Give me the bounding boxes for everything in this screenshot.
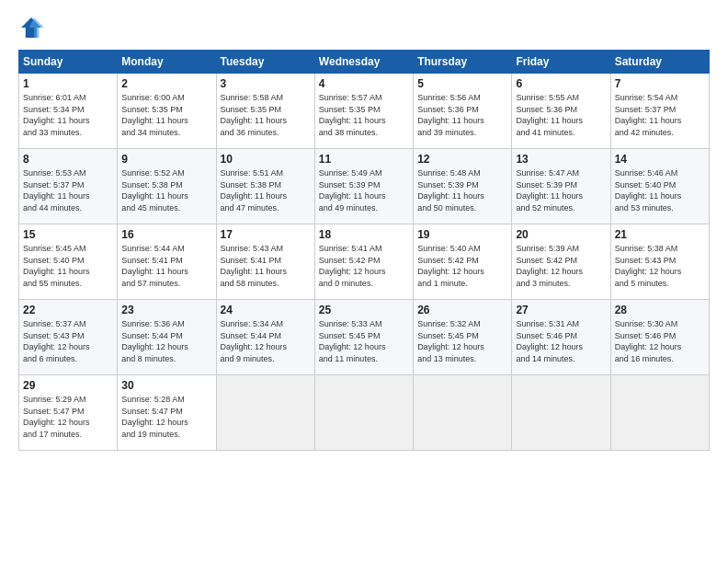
- calendar-cell: 18Sunrise: 5:41 AM Sunset: 5:42 PM Dayli…: [314, 224, 413, 300]
- calendar-cell: 25Sunrise: 5:33 AM Sunset: 5:45 PM Dayli…: [314, 300, 413, 375]
- day-number: 7: [615, 77, 705, 90]
- calendar-cell: 8Sunrise: 5:53 AM Sunset: 5:37 PM Daylig…: [19, 149, 118, 224]
- column-header-monday: Monday: [118, 51, 216, 74]
- cell-info: Sunrise: 5:55 AM Sunset: 5:36 PM Dayligh…: [516, 92, 606, 138]
- calendar-cell: 14Sunrise: 5:46 AM Sunset: 5:40 PM Dayli…: [610, 149, 709, 224]
- day-number: 21: [615, 228, 705, 241]
- calendar-cell: 24Sunrise: 5:34 AM Sunset: 5:44 PM Dayli…: [216, 300, 314, 375]
- day-number: 11: [319, 153, 409, 166]
- calendar-cell: 23Sunrise: 5:36 AM Sunset: 5:44 PM Dayli…: [118, 300, 216, 375]
- calendar-cell: 20Sunrise: 5:39 AM Sunset: 5:42 PM Dayli…: [512, 224, 610, 300]
- header: [18, 15, 710, 40]
- cell-info: Sunrise: 5:29 AM Sunset: 5:47 PM Dayligh…: [23, 394, 113, 440]
- cell-info: Sunrise: 6:01 AM Sunset: 5:34 PM Dayligh…: [23, 92, 113, 138]
- cell-info: Sunrise: 5:41 AM Sunset: 5:42 PM Dayligh…: [319, 243, 409, 289]
- day-number: 18: [319, 228, 409, 241]
- cell-info: Sunrise: 5:47 AM Sunset: 5:39 PM Dayligh…: [516, 167, 606, 213]
- cell-info: Sunrise: 5:31 AM Sunset: 5:46 PM Dayligh…: [516, 318, 606, 364]
- cell-info: Sunrise: 5:32 AM Sunset: 5:45 PM Dayligh…: [417, 318, 507, 364]
- calendar-cell: 17Sunrise: 5:43 AM Sunset: 5:41 PM Dayli…: [216, 224, 314, 300]
- cell-info: Sunrise: 5:48 AM Sunset: 5:39 PM Dayligh…: [417, 167, 507, 213]
- cell-info: Sunrise: 5:51 AM Sunset: 5:38 PM Dayligh…: [221, 167, 311, 213]
- day-number: 12: [417, 153, 507, 166]
- page: SundayMondayTuesdayWednesdayThursdayFrid…: [0, 0, 728, 563]
- day-number: 1: [23, 77, 113, 90]
- calendar-cell: 1Sunrise: 6:01 AM Sunset: 5:34 PM Daylig…: [19, 74, 118, 149]
- cell-info: Sunrise: 5:34 AM Sunset: 5:44 PM Dayligh…: [221, 318, 311, 364]
- cell-info: Sunrise: 5:37 AM Sunset: 5:43 PM Dayligh…: [23, 318, 113, 364]
- cell-info: Sunrise: 5:53 AM Sunset: 5:37 PM Dayligh…: [23, 167, 113, 213]
- calendar-cell: 30Sunrise: 5:28 AM Sunset: 5:47 PM Dayli…: [118, 375, 216, 451]
- day-number: 17: [221, 228, 311, 241]
- column-headers: SundayMondayTuesdayWednesdayThursdayFrid…: [19, 51, 710, 74]
- column-header-tuesday: Tuesday: [216, 51, 314, 74]
- day-number: 15: [23, 228, 113, 241]
- day-number: 14: [615, 153, 705, 166]
- cell-info: Sunrise: 5:38 AM Sunset: 5:43 PM Dayligh…: [615, 243, 705, 289]
- day-number: 24: [221, 304, 311, 316]
- cell-info: Sunrise: 5:54 AM Sunset: 5:37 PM Dayligh…: [615, 92, 705, 138]
- calendar-cell: 27Sunrise: 5:31 AM Sunset: 5:46 PM Dayli…: [512, 300, 610, 375]
- calendar-table: SundayMondayTuesdayWednesdayThursdayFrid…: [18, 50, 710, 451]
- day-number: 19: [417, 228, 507, 241]
- calendar-cell: [414, 375, 512, 451]
- cell-info: Sunrise: 5:40 AM Sunset: 5:42 PM Dayligh…: [417, 243, 507, 289]
- cell-info: Sunrise: 5:30 AM Sunset: 5:46 PM Dayligh…: [615, 318, 705, 364]
- cell-info: Sunrise: 5:28 AM Sunset: 5:47 PM Dayligh…: [121, 394, 211, 440]
- day-number: 20: [516, 228, 606, 241]
- column-header-thursday: Thursday: [414, 51, 512, 74]
- cell-info: Sunrise: 5:45 AM Sunset: 5:40 PM Dayligh…: [23, 243, 113, 289]
- calendar-cell: 4Sunrise: 5:57 AM Sunset: 5:35 PM Daylig…: [314, 74, 413, 149]
- calendar-cell: [512, 375, 610, 451]
- column-header-sunday: Sunday: [19, 51, 118, 74]
- calendar-cell: 28Sunrise: 5:30 AM Sunset: 5:46 PM Dayli…: [610, 300, 709, 375]
- cell-info: Sunrise: 5:52 AM Sunset: 5:38 PM Dayligh…: [121, 167, 211, 213]
- day-number: 23: [121, 304, 211, 316]
- calendar-cell: 6Sunrise: 5:55 AM Sunset: 5:36 PM Daylig…: [512, 74, 610, 149]
- day-number: 22: [23, 304, 113, 316]
- day-number: 25: [319, 304, 409, 316]
- calendar-cell: 29Sunrise: 5:29 AM Sunset: 5:47 PM Dayli…: [19, 375, 118, 451]
- calendar-cell: 11Sunrise: 5:49 AM Sunset: 5:39 PM Dayli…: [314, 149, 413, 224]
- day-number: 26: [417, 304, 507, 316]
- calendar-cell: [216, 375, 314, 451]
- day-number: 30: [121, 379, 211, 392]
- cell-info: Sunrise: 6:00 AM Sunset: 5:35 PM Dayligh…: [121, 92, 211, 138]
- calendar-cell: 3Sunrise: 5:58 AM Sunset: 5:35 PM Daylig…: [216, 74, 314, 149]
- calendar-cell: 22Sunrise: 5:37 AM Sunset: 5:43 PM Dayli…: [19, 300, 118, 375]
- cell-info: Sunrise: 5:39 AM Sunset: 5:42 PM Dayligh…: [516, 243, 606, 289]
- column-header-friday: Friday: [512, 51, 610, 74]
- cell-info: Sunrise: 5:49 AM Sunset: 5:39 PM Dayligh…: [319, 167, 409, 213]
- cell-info: Sunrise: 5:43 AM Sunset: 5:41 PM Dayligh…: [221, 243, 311, 289]
- cell-info: Sunrise: 5:33 AM Sunset: 5:45 PM Dayligh…: [319, 318, 409, 364]
- day-number: 10: [221, 153, 311, 166]
- day-number: 16: [121, 228, 211, 241]
- day-number: 6: [516, 77, 606, 90]
- logo-icon: [18, 15, 44, 40]
- column-header-saturday: Saturday: [610, 51, 709, 74]
- column-header-wednesday: Wednesday: [314, 51, 413, 74]
- calendar-cell: 9Sunrise: 5:52 AM Sunset: 5:38 PM Daylig…: [118, 149, 216, 224]
- week-row-1: 1Sunrise: 6:01 AM Sunset: 5:34 PM Daylig…: [19, 74, 710, 149]
- day-number: 5: [417, 77, 507, 90]
- calendar-cell: 13Sunrise: 5:47 AM Sunset: 5:39 PM Dayli…: [512, 149, 610, 224]
- calendar-cell: 7Sunrise: 5:54 AM Sunset: 5:37 PM Daylig…: [610, 74, 709, 149]
- calendar-cell: 12Sunrise: 5:48 AM Sunset: 5:39 PM Dayli…: [414, 149, 512, 224]
- cell-info: Sunrise: 5:44 AM Sunset: 5:41 PM Dayligh…: [121, 243, 211, 289]
- day-number: 8: [23, 153, 113, 166]
- calendar-cell: 5Sunrise: 5:56 AM Sunset: 5:36 PM Daylig…: [414, 74, 512, 149]
- day-number: 27: [516, 304, 606, 316]
- cell-info: Sunrise: 5:46 AM Sunset: 5:40 PM Dayligh…: [615, 167, 705, 213]
- week-row-3: 15Sunrise: 5:45 AM Sunset: 5:40 PM Dayli…: [19, 224, 710, 300]
- day-number: 3: [221, 77, 311, 90]
- calendar-cell: 16Sunrise: 5:44 AM Sunset: 5:41 PM Dayli…: [118, 224, 216, 300]
- cell-info: Sunrise: 5:36 AM Sunset: 5:44 PM Dayligh…: [121, 318, 211, 364]
- week-row-4: 22Sunrise: 5:37 AM Sunset: 5:43 PM Dayli…: [19, 300, 710, 375]
- day-number: 9: [121, 153, 211, 166]
- week-row-5: 29Sunrise: 5:29 AM Sunset: 5:47 PM Dayli…: [19, 375, 710, 451]
- cell-info: Sunrise: 5:58 AM Sunset: 5:35 PM Dayligh…: [221, 92, 311, 138]
- calendar-cell: 2Sunrise: 6:00 AM Sunset: 5:35 PM Daylig…: [118, 74, 216, 149]
- calendar-cell: 19Sunrise: 5:40 AM Sunset: 5:42 PM Dayli…: [414, 224, 512, 300]
- day-number: 2: [121, 77, 211, 90]
- calendar-cell: 15Sunrise: 5:45 AM Sunset: 5:40 PM Dayli…: [19, 224, 118, 300]
